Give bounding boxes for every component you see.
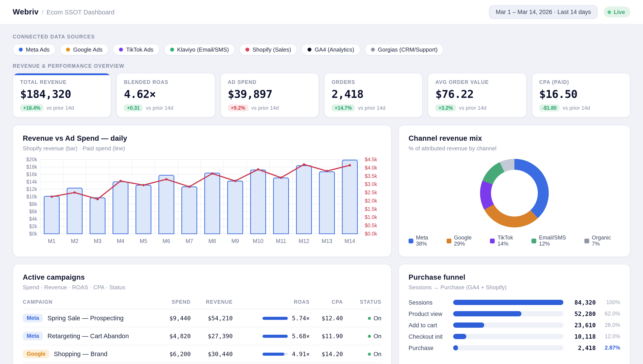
combo-chart-svg: $0k$2k$4k$6k$8k$10k$12k$14k$16k$18k$20k$… bbox=[23, 156, 382, 246]
svg-text:$12k: $12k bbox=[26, 186, 37, 192]
source-chip-label: Klaviyo (Email/SMS) bbox=[177, 46, 229, 53]
source-chip-klaviyo-email-sms[interactable]: Klaviyo (Email/SMS) bbox=[164, 44, 235, 56]
campaign-cpa: $12.40 bbox=[310, 314, 343, 322]
campaign-name: Shopping — Brand bbox=[54, 350, 107, 358]
kpi-label: TOTAL REVENUE bbox=[20, 80, 104, 85]
funnel-bar-track bbox=[453, 322, 563, 328]
legend-item-email-sms[interactable]: Email/SMS 12% bbox=[531, 235, 578, 247]
svg-text:$8k: $8k bbox=[29, 201, 37, 207]
column-header-spend: SPEND bbox=[156, 299, 191, 304]
date-range-selector[interactable]: Mar 1 – Mar 14, 2026 · Last 14 days bbox=[489, 5, 597, 19]
legend-swatch-icon bbox=[531, 238, 536, 243]
source-chip-label: Google Ads bbox=[73, 46, 102, 53]
legend-label: Google 29% bbox=[454, 235, 484, 247]
kpi-delta-badge: -$1.80 bbox=[539, 104, 559, 112]
kpi-card-total-revenue: TOTAL REVENUE $184,320 +18.4% vs prior 1… bbox=[13, 73, 111, 118]
revenue-chart-title: Revenue vs Ad Spend — daily bbox=[23, 134, 382, 142]
source-chip-gorgias-crm-support[interactable]: Gorgias (CRM/Support) bbox=[365, 44, 444, 56]
svg-text:$0k: $0k bbox=[29, 231, 37, 236]
roas-bar-track bbox=[263, 316, 288, 320]
svg-text:M6: M6 bbox=[162, 238, 170, 244]
campaign-revenue: $27,390 bbox=[191, 332, 233, 340]
source-chip-google-ads[interactable]: Google Ads bbox=[60, 44, 109, 56]
legend-label: Meta 38% bbox=[416, 235, 441, 247]
funnel-step-pct: 28.0% bbox=[600, 322, 620, 328]
svg-text:$2.0k: $2.0k bbox=[365, 198, 377, 204]
funnel-title: Purchase funnel bbox=[409, 273, 620, 282]
campaign-row-retargeting-cart-abandon[interactable]: Meta Retargeting — Cart Abandon $4,820 $… bbox=[23, 327, 382, 345]
legend-item-organic[interactable]: Organic 7% bbox=[584, 235, 620, 247]
roas-bar-track bbox=[263, 334, 288, 338]
kpi-delta-badge: +14.7% bbox=[332, 104, 355, 112]
svg-text:M8: M8 bbox=[208, 238, 216, 244]
revenue-vs-adspend-card: Revenue vs Ad Spend — daily Shopify reve… bbox=[13, 125, 392, 257]
campaign-roas: 5.74× bbox=[233, 314, 310, 322]
kpi-delta-note: vs prior 14d bbox=[146, 105, 173, 111]
campaign-spend: $6,200 bbox=[156, 350, 191, 358]
funnel-step-label: Purchase bbox=[409, 344, 449, 351]
kpi-delta-badge: +3.2% bbox=[435, 104, 456, 112]
roas-value: 5.74× bbox=[292, 314, 310, 322]
legend-item-google[interactable]: Google 29% bbox=[447, 235, 484, 247]
campaigns-title: Active campaigns bbox=[23, 273, 382, 282]
network-badge-meta: Meta bbox=[23, 332, 43, 340]
roas-bar-fill bbox=[263, 334, 288, 338]
column-header-status: STATUS bbox=[343, 299, 382, 304]
svg-text:M11: M11 bbox=[276, 238, 286, 244]
source-chip-label: Gorgias (CRM/Support) bbox=[378, 46, 437, 53]
campaign-cpa: $11.90 bbox=[310, 332, 343, 340]
source-chip-ga4-analytics[interactable]: GA4 (Analytics) bbox=[301, 44, 361, 56]
campaign-row-shopping-brand[interactable]: Google Shopping — Brand $6,200 $30,440 4… bbox=[23, 345, 382, 363]
kpi-label: ORDERS bbox=[332, 80, 415, 85]
live-label: Live bbox=[614, 9, 625, 15]
legend-swatch-icon bbox=[447, 238, 451, 243]
funnel-bar-fill bbox=[453, 345, 458, 350]
svg-text:$1.0k: $1.0k bbox=[365, 214, 377, 220]
funnel-row-purchase: Purchase 2,418 2.87% bbox=[409, 342, 620, 354]
campaign-revenue: $30,440 bbox=[191, 350, 233, 358]
svg-text:$14k: $14k bbox=[26, 179, 37, 184]
live-dot-icon bbox=[607, 10, 611, 14]
funnel-step-value: 2,418 bbox=[568, 344, 596, 351]
kpi-delta-note: vs prior 14d bbox=[47, 105, 74, 111]
legend-item-tiktok[interactable]: TikTok 14% bbox=[490, 235, 526, 247]
source-chip-shopify-sales[interactable]: Shopify (Sales) bbox=[239, 44, 297, 56]
kpi-delta: +14.7% vs prior 14d bbox=[332, 104, 415, 112]
kpi-value: 2,418 bbox=[332, 88, 415, 100]
funnel-step-pct: 2.87% bbox=[600, 345, 620, 351]
funnel-step-label: Add to cart bbox=[409, 322, 449, 328]
kpi-card-cpa-paid: CPA (PAID) $16.50 -$1.80 vs prior 14d bbox=[532, 73, 630, 118]
source-chip-tiktok-ads[interactable]: TikTok Ads bbox=[113, 44, 160, 56]
svg-text:M10: M10 bbox=[253, 238, 263, 244]
live-status-badge: Live bbox=[604, 6, 630, 18]
funnel-step-pct: 12.0% bbox=[600, 334, 620, 340]
svg-text:$3.5k: $3.5k bbox=[365, 173, 377, 179]
funnel-step-value: 52,280 bbox=[568, 310, 596, 317]
campaign-row-spring-sale-prospecting[interactable]: Meta Spring Sale — Prospecting $9,440 $5… bbox=[23, 310, 382, 327]
source-dot-icon bbox=[246, 48, 249, 52]
donut-slice-organic bbox=[502, 164, 514, 167]
source-chip-label: GA4 (Analytics) bbox=[315, 46, 354, 53]
kpi-delta-note: vs prior 14d bbox=[251, 105, 279, 111]
source-chip-label: Meta Ads bbox=[26, 46, 50, 53]
roas-bar-fill bbox=[263, 352, 284, 356]
channel-mix-title: Channel revenue mix bbox=[409, 134, 620, 142]
svg-text:$4k: $4k bbox=[29, 216, 37, 222]
funnel-step-value: 23,610 bbox=[568, 322, 596, 328]
funnel-row-sessions: Sessions 84,320 100% bbox=[409, 297, 620, 308]
kpi-value: $16.50 bbox=[539, 88, 623, 100]
campaign-name: Retargeting — Cart Abandon bbox=[48, 332, 129, 340]
data-source-chips: Meta Ads Google Ads TikTok Ads Klaviyo (… bbox=[13, 44, 630, 56]
source-dot-icon bbox=[66, 48, 70, 52]
funnel-step-value: 10,118 bbox=[568, 333, 596, 340]
legend-label: Email/SMS 12% bbox=[539, 235, 578, 247]
kpi-delta-note: vs prior 14d bbox=[358, 105, 385, 111]
status-dot-icon bbox=[368, 352, 371, 356]
source-dot-icon bbox=[308, 48, 312, 52]
source-chip-meta-ads[interactable]: Meta Ads bbox=[13, 44, 56, 56]
status-label: On bbox=[374, 351, 382, 357]
revenue-chart-subtitle: Shopify revenue (bar) · Paid spend (line… bbox=[23, 145, 382, 152]
legend-item-meta[interactable]: Meta 38% bbox=[409, 235, 441, 247]
campaign-row-pmax-top-skus[interactable]: Google PMAX — Top SKUs $5,180 $22,680 4.… bbox=[23, 363, 382, 364]
svg-text:M7: M7 bbox=[185, 238, 193, 244]
